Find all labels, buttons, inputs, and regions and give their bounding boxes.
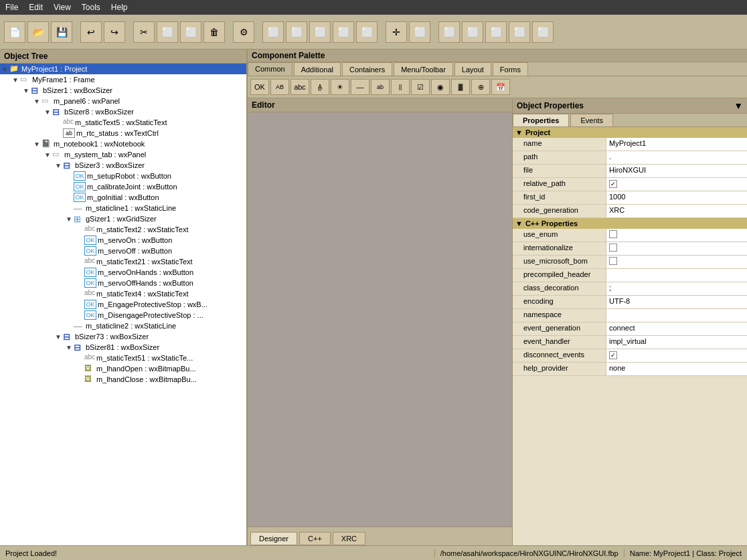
tree-toggle[interactable]: ▼ [43,151,52,159]
props-section-cpp-properties[interactable]: ▼C++ Properties [513,218,747,229]
tree-toggle[interactable]: ▼ [64,215,74,223]
palette-icon-radiobutton[interactable]: ◉ [431,79,450,95]
props-section-project[interactable]: ▼Project [513,127,747,138]
palette-icon-statictext[interactable]: abc [290,79,309,95]
expand-btn-2[interactable]: ⬜ [462,21,483,43]
checkbox-icon[interactable] [609,244,617,252]
tree-item[interactable]: ▼⊟bSizer81 : wxBoxSizer [0,342,246,353]
tree-item[interactable]: OKm_servoOff : wxButton [0,246,246,256]
expand-btn-3[interactable]: ⬜ [485,21,507,43]
palette-tab-additional[interactable]: Additional [294,62,341,76]
prop-val-namespace[interactable] [606,309,747,322]
prop-val-encoding[interactable]: UTF-8 [606,296,747,308]
open-button[interactable]: 📂 [27,21,49,43]
palette-icon-combobox[interactable]: ab [371,79,390,95]
prop-val-event_generation[interactable]: connect [606,322,747,335]
menu-file[interactable]: File [0,1,23,13]
prop-val-name[interactable]: MyProject1 [606,138,747,151]
menu-edit[interactable]: Edit [23,1,48,13]
prop-val-first_id[interactable]: 1000 [606,191,747,204]
tree-toggle[interactable]: ▼ [54,333,63,341]
redo-button[interactable]: ↪ [104,21,125,43]
menu-help[interactable]: Help [106,1,133,13]
tree-item[interactable]: abcm_staticText4 : wxStaticText [0,288,246,299]
tree-item[interactable]: 🖼m_lhandOpen : wxBitmapBu... [0,363,246,374]
tree-item[interactable]: OKm_servoOn : wxButton [0,235,246,246]
tree-item[interactable]: OKm_EngageProtectiveStop : wxB... [0,299,246,310]
align-btn-2[interactable]: ⬜ [286,21,307,43]
tree-item[interactable]: ▼▭m_system_tab : wxPanel [0,149,246,160]
tree-item[interactable]: abcm_staticText21 : wxStaticText [0,256,246,267]
tree-toggle[interactable]: ▼ [32,141,42,148]
layout-btn-1[interactable]: ✛ [386,21,407,43]
tree-item[interactable]: ▼⊟bSizer3 : wxBoxSizer [0,160,246,171]
prop-val-precompiled_header[interactable] [606,269,747,282]
align-btn-4[interactable]: ⬜ [333,21,354,43]
palette-tab-forms[interactable]: Forms [493,62,528,76]
tree-item[interactable]: 🖼m_lhandClose : wxBitmapBu... [0,374,246,385]
tree-toggle[interactable]: ▼ [43,108,52,116]
palette-icon-listbox[interactable]: || [391,79,410,95]
prop-val-file[interactable]: HiroNXGUI [606,165,747,177]
tree-item[interactable]: OKm_setupRobot : wxButton [0,171,246,181]
tree-item[interactable]: ▼▭m_panel6 : wxPanel [0,96,246,106]
menu-view[interactable]: View [48,1,76,13]
props-tab-properties[interactable]: Properties [513,114,569,126]
tree-item[interactable]: OKm_servoOffHands : wxButton [0,278,246,288]
palette-tab-menu/toolbar[interactable]: Menu/Toolbar [394,62,453,76]
settings-button[interactable]: ⚙ [233,21,254,43]
tree-content[interactable]: ▼📁MyProject1 : Project▼▭MyFrame1 : Frame… [0,64,246,545]
tree-toggle[interactable]: ▼ [21,87,31,94]
tree-item[interactable]: OKm_goInitial : wxButton [0,192,246,203]
tree-toggle[interactable]: ▼ [64,344,74,351]
bottom-tab-xrc[interactable]: XRC [333,532,365,545]
tree-item[interactable]: —m_staticline2 : wxStaticLine [0,320,246,331]
tree-toggle[interactable]: ▼ [32,98,42,105]
prop-val-event_handler[interactable]: impl_virtual [606,336,747,349]
tree-toggle[interactable]: ▼ [11,76,20,84]
undo-button[interactable]: ↩ [80,21,102,43]
tree-toggle[interactable]: ▼ [0,66,9,73]
palette-icon-checkbox[interactable]: ☑ [411,79,430,95]
tree-item[interactable]: ▼⊟bSizer8 : wxBoxSizer [0,106,246,117]
tree-item[interactable]: OKm_servoOnHands : wxButton [0,267,246,278]
tree-item[interactable]: ▼📓m_notebook1 : wxNotebook [0,138,246,149]
prop-val-path[interactable]: . [606,151,747,164]
checkbox-checked-icon[interactable] [609,180,617,188]
checkbox-checked-icon[interactable] [609,351,617,359]
align-btn-3[interactable]: ⬜ [309,21,331,43]
align-btn-1[interactable]: ⬜ [262,21,284,43]
bottom-tab-c++[interactable]: C++ [299,532,331,545]
palette-icon-datepicker[interactable]: 📅 [491,79,510,95]
palette-icon-gauge[interactable]: ▓ [451,79,470,95]
tree-item[interactable]: ▼⊟bSizer73 : wxBoxSizer [0,331,246,342]
new-button[interactable]: 📄 [4,21,25,43]
palette-icon-spinctrl[interactable]: ⊕ [471,79,490,95]
prop-val-help_provider[interactable]: none [606,363,747,375]
tree-item[interactable]: ▼📁MyProject1 : Project [0,64,246,74]
prop-val-class_decoration[interactable]: ; [606,282,747,295]
editor-canvas[interactable] [248,112,512,527]
tree-item[interactable]: ▼⊟bSizer1 : wxBoxSizer [0,85,246,96]
tree-item[interactable]: abm_rtc_status : wxTextCtrl [0,128,246,138]
tree-item[interactable]: abcm_staticText51 : wxStaticTe... [0,353,246,363]
palette-tab-common[interactable]: Common [248,62,293,76]
tree-item[interactable]: —m_staticline1 : wxStaticLine [0,203,246,213]
tree-item[interactable]: ▼⊞gSizer1 : wxGridSizer [0,213,246,224]
align-btn-5[interactable]: ⬜ [356,21,378,43]
save-button[interactable]: 💾 [51,21,72,43]
layout-btn-2[interactable]: ⬜ [409,21,430,43]
tree-item[interactable]: OKm_calibrateJoint : wxButton [0,181,246,192]
delete-button[interactable]: 🗑 [203,21,225,43]
palette-icon-choice[interactable]: ☀ [331,79,349,95]
expand-btn-5[interactable]: ⬜ [532,21,554,43]
palette-icon-textctrl[interactable]: A̲ [311,79,329,95]
copy-button[interactable]: ⬜ [157,21,178,43]
bottom-tab-designer[interactable]: Designer [250,532,297,545]
palette-icon-slider[interactable]: — [351,79,369,95]
tree-item[interactable]: OKm_DisengageProtectiveStop : ... [0,310,246,320]
palette-icon-button[interactable]: OK [250,79,269,95]
tree-item[interactable]: ▼▭MyFrame1 : Frame [0,74,246,85]
menu-tools[interactable]: Tools [76,1,106,13]
tree-toggle[interactable]: ▼ [54,162,63,169]
